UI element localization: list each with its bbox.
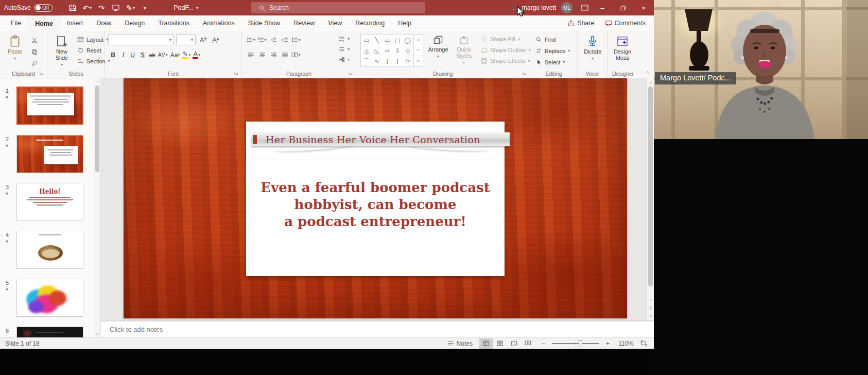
- autosave-toggle[interactable]: AutoSave Off: [4, 4, 53, 12]
- normal-view-button[interactable]: [479, 338, 493, 349]
- columns-button[interactable]: ▾: [290, 49, 302, 60]
- design-ideas-button[interactable]: Design Ideas: [610, 33, 635, 68]
- minimize-button[interactable]: –: [592, 0, 613, 15]
- underline-button[interactable]: U: [128, 49, 137, 60]
- animation-star-icon[interactable]: ★: [5, 191, 9, 196]
- slide-thumbnail-6[interactable]: [16, 327, 83, 337]
- next-slide-button[interactable]: [647, 312, 654, 320]
- tab-view[interactable]: View: [321, 15, 349, 31]
- align-center-button[interactable]: [256, 49, 268, 60]
- arrange-button[interactable]: Arrange ▾: [425, 33, 451, 68]
- shape-fill-button[interactable]: Shape Fill▾: [479, 34, 533, 44]
- shape-arrow-right-icon[interactable]: ⇨: [382, 45, 392, 56]
- slide-thumbnail-1[interactable]: [16, 87, 83, 125]
- slide-sorter-view-button[interactable]: [493, 338, 507, 349]
- slide-thumbnail-4[interactable]: [16, 231, 83, 269]
- warning-icon[interactable]: [510, 4, 518, 12]
- shape-rectangle-icon[interactable]: ▭: [361, 35, 372, 45]
- redo-button[interactable]: ↷: [94, 1, 109, 15]
- slide-title-text[interactable]: Her Business Her Voice Her Conversation: [251, 134, 480, 145]
- shape-diamond-icon[interactable]: ◇: [403, 45, 413, 56]
- shape-brace-right-icon[interactable]: }: [392, 56, 403, 66]
- cut-button[interactable]: [29, 35, 40, 45]
- save-button[interactable]: [65, 1, 80, 15]
- scroll-up-button[interactable]: [94, 78, 101, 85]
- select-button[interactable]: Select▾: [533, 57, 572, 67]
- font-name-combo[interactable]: ▾: [108, 35, 174, 45]
- animation-star-icon[interactable]: ★: [5, 239, 9, 244]
- customize-quick-access-button[interactable]: ▾: [137, 1, 152, 15]
- tab-slide-show[interactable]: Slide Show: [241, 15, 287, 31]
- align-text-button[interactable]: ▾: [336, 44, 352, 54]
- new-slide-button[interactable]: New Slide ▾: [49, 33, 74, 68]
- bold-button[interactable]: B: [108, 49, 118, 60]
- restore-button[interactable]: [613, 0, 633, 15]
- search-box[interactable]: Search: [251, 2, 425, 13]
- tab-draw[interactable]: Draw: [90, 15, 118, 31]
- font-dialog-launcher[interactable]: [234, 71, 239, 76]
- notes-toggle-button[interactable]: Notes: [445, 338, 475, 349]
- font-size-combo[interactable]: ▾: [176, 35, 196, 45]
- character-spacing-button[interactable]: AV▾: [157, 49, 169, 60]
- scrollbar-thumb[interactable]: [648, 87, 653, 286]
- scroll-down-button[interactable]: [647, 296, 654, 304]
- bullets-button[interactable]: ▾: [245, 35, 256, 45]
- shape-effects-button[interactable]: Shape Effects▾: [479, 56, 533, 66]
- scrollbar-thumb[interactable]: [95, 86, 99, 172]
- copy-button[interactable]: [29, 46, 40, 57]
- editor-scrollbar[interactable]: [647, 78, 654, 320]
- scroll-up-button[interactable]: [647, 78, 654, 87]
- ribbon-display-options-button[interactable]: [578, 1, 592, 15]
- italic-button[interactable]: I: [118, 49, 128, 60]
- change-case-button[interactable]: Aa▾: [169, 49, 181, 60]
- tab-insert[interactable]: Insert: [60, 15, 90, 31]
- animation-star-icon[interactable]: ★: [5, 287, 9, 292]
- reading-view-button[interactable]: [507, 338, 521, 349]
- justify-button[interactable]: [279, 49, 290, 60]
- paste-button[interactable]: Paste ▾: [3, 33, 27, 68]
- thumbnail-scrollbar[interactable]: [94, 78, 100, 337]
- font-color-button[interactable]: A▾: [192, 49, 201, 60]
- animation-star-icon[interactable]: ★: [5, 143, 9, 148]
- strikethrough-button[interactable]: ab: [147, 49, 157, 60]
- shrink-font-button[interactable]: [210, 35, 220, 45]
- notes-pane[interactable]: Click to add notes: [101, 320, 654, 337]
- slideshow-view-button[interactable]: [521, 338, 535, 349]
- shapes-scroll-down-button[interactable]: [414, 45, 423, 55]
- tab-design[interactable]: Design: [118, 15, 151, 31]
- shape-arc-icon[interactable]: ⌒: [361, 56, 372, 66]
- zoom-slider-thumb[interactable]: [579, 340, 582, 347]
- avatar[interactable]: ML: [561, 2, 572, 13]
- dictate-button[interactable]: Dictate ▾: [580, 33, 605, 68]
- shape-brace-left-icon[interactable]: {: [382, 56, 392, 66]
- zoom-level[interactable]: 110%: [616, 340, 634, 347]
- format-painter-button[interactable]: [29, 58, 40, 68]
- share-button[interactable]: Share: [567, 20, 594, 27]
- shape-triangle-icon[interactable]: △: [361, 45, 372, 56]
- slide-thumbnail-2[interactable]: [16, 135, 83, 173]
- document-title[interactable]: PodF...▾: [173, 4, 198, 11]
- slide-canvas[interactable]: Her Business Her Voice Her Conversation …: [124, 78, 627, 318]
- drawing-dialog-launcher[interactable]: [522, 71, 528, 76]
- shape-rounded-rect-icon[interactable]: ▢: [392, 35, 403, 45]
- line-spacing-button[interactable]: ▾: [290, 35, 302, 45]
- tab-file[interactable]: File: [4, 15, 28, 31]
- shape-outline-button[interactable]: Shape Outline▾: [479, 45, 533, 55]
- convert-smartart-button[interactable]: ▾: [336, 55, 352, 64]
- close-button[interactable]: ×: [633, 0, 654, 15]
- tab-help[interactable]: Help: [391, 15, 418, 31]
- quick-styles-button[interactable]: Quick Styles ▾: [451, 33, 477, 68]
- undo-button[interactable]: ↶▾: [80, 1, 94, 15]
- tab-transitions[interactable]: Transitions: [151, 15, 196, 31]
- shape-arrow-down-icon[interactable]: ⇩: [392, 45, 403, 56]
- slide-thumbnail-5[interactable]: [16, 279, 83, 317]
- previous-slide-button[interactable]: [647, 304, 654, 312]
- zoom-slider[interactable]: [552, 340, 599, 347]
- scroll-down-button[interactable]: [94, 331, 101, 337]
- collapse-ribbon-button[interactable]: [645, 67, 651, 76]
- clipboard-dialog-launcher[interactable]: [39, 71, 45, 76]
- align-left-button[interactable]: [245, 49, 256, 60]
- slide-title-box[interactable]: Her Business Her Voice Her Conversation: [251, 132, 510, 146]
- text-direction-button[interactable]: ▾: [336, 34, 352, 44]
- increase-indent-button[interactable]: [279, 35, 290, 45]
